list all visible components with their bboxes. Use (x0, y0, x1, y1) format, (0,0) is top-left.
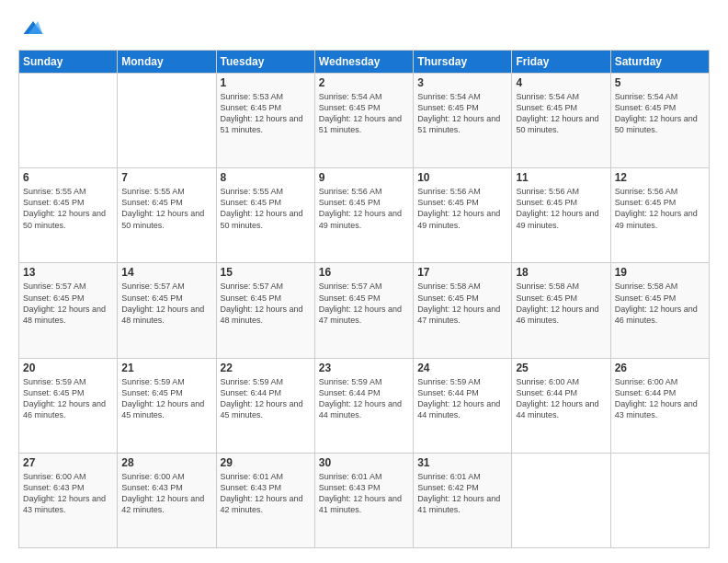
day-number: 16 (319, 266, 409, 279)
calendar-cell: 25Sunrise: 6:00 AM Sunset: 6:44 PM Dayli… (512, 358, 610, 453)
cell-info: Sunrise: 5:56 AM Sunset: 6:45 PM Dayligh… (615, 186, 705, 231)
calendar-week-row: 13Sunrise: 5:57 AM Sunset: 6:45 PM Dayli… (19, 263, 710, 358)
calendar-cell: 23Sunrise: 5:59 AM Sunset: 6:44 PM Dayli… (314, 358, 413, 453)
cell-info: Sunrise: 5:56 AM Sunset: 6:45 PM Dayligh… (319, 186, 409, 231)
header-row: SundayMondayTuesdayWednesdayThursdayFrid… (19, 51, 710, 74)
calendar-cell (512, 453, 610, 547)
calendar-cell: 26Sunrise: 6:00 AM Sunset: 6:44 PM Dayli… (610, 358, 709, 453)
calendar-cell: 29Sunrise: 6:01 AM Sunset: 6:43 PM Dayli… (216, 453, 314, 547)
day-number: 30 (319, 456, 409, 469)
header (18, 15, 710, 40)
day-number: 15 (221, 266, 311, 279)
day-number: 19 (615, 266, 705, 279)
day-number: 13 (23, 266, 113, 279)
calendar-cell: 5Sunrise: 5:54 AM Sunset: 6:45 PM Daylig… (610, 74, 709, 168)
weekday-header: Monday (118, 51, 216, 74)
cell-info: Sunrise: 5:58 AM Sunset: 6:45 PM Dayligh… (516, 281, 606, 326)
day-number: 7 (121, 171, 211, 184)
cell-info: Sunrise: 5:57 AM Sunset: 6:45 PM Dayligh… (221, 281, 311, 326)
calendar-week-row: 1Sunrise: 5:53 AM Sunset: 6:45 PM Daylig… (19, 74, 710, 168)
calendar-cell: 2Sunrise: 5:54 AM Sunset: 6:45 PM Daylig… (314, 74, 413, 168)
day-number: 6 (23, 171, 113, 184)
cell-info: Sunrise: 5:56 AM Sunset: 6:45 PM Dayligh… (417, 186, 507, 231)
cell-info: Sunrise: 5:55 AM Sunset: 6:45 PM Dayligh… (23, 186, 113, 231)
calendar-header: SundayMondayTuesdayWednesdayThursdayFrid… (19, 51, 710, 74)
weekday-header: Saturday (610, 51, 709, 74)
day-number: 20 (23, 362, 113, 374)
calendar-cell: 1Sunrise: 5:53 AM Sunset: 6:45 PM Daylig… (216, 74, 314, 168)
cell-info: Sunrise: 6:01 AM Sunset: 6:43 PM Dayligh… (221, 471, 311, 516)
day-number: 26 (615, 362, 705, 374)
day-number: 5 (615, 76, 705, 89)
day-number: 27 (23, 456, 113, 469)
calendar-cell: 16Sunrise: 5:57 AM Sunset: 6:45 PM Dayli… (314, 263, 413, 358)
page: SundayMondayTuesdayWednesdayThursdayFrid… (0, 0, 728, 563)
calendar-cell: 27Sunrise: 6:00 AM Sunset: 6:43 PM Dayli… (19, 453, 118, 547)
calendar-body: 1Sunrise: 5:53 AM Sunset: 6:45 PM Daylig… (19, 74, 710, 548)
calendar-cell: 28Sunrise: 6:00 AM Sunset: 6:43 PM Dayli… (118, 453, 216, 547)
cell-info: Sunrise: 5:55 AM Sunset: 6:45 PM Dayligh… (221, 186, 311, 231)
cell-info: Sunrise: 5:54 AM Sunset: 6:45 PM Dayligh… (417, 91, 507, 136)
calendar-cell: 7Sunrise: 5:55 AM Sunset: 6:45 PM Daylig… (118, 168, 216, 263)
calendar-cell: 17Sunrise: 5:58 AM Sunset: 6:45 PM Dayli… (414, 263, 512, 358)
calendar-cell: 22Sunrise: 5:59 AM Sunset: 6:44 PM Dayli… (216, 358, 314, 453)
day-number: 8 (221, 171, 311, 184)
cell-info: Sunrise: 5:59 AM Sunset: 6:44 PM Dayligh… (221, 376, 311, 421)
cell-info: Sunrise: 6:00 AM Sunset: 6:43 PM Dayligh… (23, 471, 113, 516)
cell-info: Sunrise: 6:01 AM Sunset: 6:43 PM Dayligh… (319, 471, 409, 516)
weekday-header: Sunday (19, 51, 118, 74)
calendar-cell: 15Sunrise: 5:57 AM Sunset: 6:45 PM Dayli… (216, 263, 314, 358)
day-number: 3 (417, 76, 507, 89)
cell-info: Sunrise: 5:59 AM Sunset: 6:44 PM Dayligh… (417, 376, 507, 421)
day-number: 22 (221, 362, 311, 374)
day-number: 18 (516, 266, 606, 279)
calendar-week-row: 6Sunrise: 5:55 AM Sunset: 6:45 PM Daylig… (19, 168, 710, 263)
day-number: 21 (121, 362, 211, 374)
cell-info: Sunrise: 5:57 AM Sunset: 6:45 PM Dayligh… (121, 281, 211, 326)
day-number: 29 (221, 456, 311, 469)
day-number: 12 (615, 171, 705, 184)
day-number: 1 (221, 76, 311, 89)
cell-info: Sunrise: 6:00 AM Sunset: 6:44 PM Dayligh… (516, 376, 606, 421)
calendar-cell: 14Sunrise: 5:57 AM Sunset: 6:45 PM Dayli… (118, 263, 216, 358)
day-number: 4 (516, 76, 606, 89)
day-number: 10 (417, 171, 507, 184)
cell-info: Sunrise: 5:55 AM Sunset: 6:45 PM Dayligh… (121, 186, 211, 231)
day-number: 11 (516, 171, 606, 184)
cell-info: Sunrise: 5:54 AM Sunset: 6:45 PM Dayligh… (516, 91, 606, 136)
calendar-cell: 24Sunrise: 5:59 AM Sunset: 6:44 PM Dayli… (414, 358, 512, 453)
calendar-cell (19, 74, 118, 168)
calendar-cell: 4Sunrise: 5:54 AM Sunset: 6:45 PM Daylig… (512, 74, 610, 168)
cell-info: Sunrise: 5:59 AM Sunset: 6:45 PM Dayligh… (121, 376, 211, 421)
calendar-cell: 19Sunrise: 5:58 AM Sunset: 6:45 PM Dayli… (610, 263, 709, 358)
calendar-week-row: 27Sunrise: 6:00 AM Sunset: 6:43 PM Dayli… (19, 453, 710, 547)
day-number: 14 (121, 266, 211, 279)
cell-info: Sunrise: 6:01 AM Sunset: 6:42 PM Dayligh… (417, 471, 507, 516)
logo-icon (20, 15, 46, 40)
calendar-cell: 31Sunrise: 6:01 AM Sunset: 6:42 PM Dayli… (414, 453, 512, 547)
cell-info: Sunrise: 5:56 AM Sunset: 6:45 PM Dayligh… (516, 186, 606, 231)
weekday-header: Wednesday (314, 51, 413, 74)
calendar-cell: 9Sunrise: 5:56 AM Sunset: 6:45 PM Daylig… (314, 168, 413, 263)
cell-info: Sunrise: 5:54 AM Sunset: 6:45 PM Dayligh… (615, 91, 705, 136)
logo (18, 15, 48, 40)
calendar-cell: 13Sunrise: 5:57 AM Sunset: 6:45 PM Dayli… (19, 263, 118, 358)
cell-info: Sunrise: 6:00 AM Sunset: 6:43 PM Dayligh… (121, 471, 211, 516)
calendar-table: SundayMondayTuesdayWednesdayThursdayFrid… (18, 50, 710, 548)
calendar-cell: 11Sunrise: 5:56 AM Sunset: 6:45 PM Dayli… (512, 168, 610, 263)
calendar-cell: 30Sunrise: 6:01 AM Sunset: 6:43 PM Dayli… (314, 453, 413, 547)
cell-info: Sunrise: 5:58 AM Sunset: 6:45 PM Dayligh… (615, 281, 705, 326)
cell-info: Sunrise: 5:58 AM Sunset: 6:45 PM Dayligh… (417, 281, 507, 326)
weekday-header: Thursday (414, 51, 512, 74)
calendar-cell: 8Sunrise: 5:55 AM Sunset: 6:45 PM Daylig… (216, 168, 314, 263)
cell-info: Sunrise: 5:59 AM Sunset: 6:45 PM Dayligh… (23, 376, 113, 421)
day-number: 17 (417, 266, 507, 279)
cell-info: Sunrise: 5:54 AM Sunset: 6:45 PM Dayligh… (319, 91, 409, 136)
calendar-cell: 3Sunrise: 5:54 AM Sunset: 6:45 PM Daylig… (414, 74, 512, 168)
calendar-cell: 18Sunrise: 5:58 AM Sunset: 6:45 PM Dayli… (512, 263, 610, 358)
calendar-cell (118, 74, 216, 168)
calendar-cell: 21Sunrise: 5:59 AM Sunset: 6:45 PM Dayli… (118, 358, 216, 453)
calendar-week-row: 20Sunrise: 5:59 AM Sunset: 6:45 PM Dayli… (19, 358, 710, 453)
cell-info: Sunrise: 6:00 AM Sunset: 6:44 PM Dayligh… (615, 376, 705, 421)
day-number: 2 (319, 76, 409, 89)
